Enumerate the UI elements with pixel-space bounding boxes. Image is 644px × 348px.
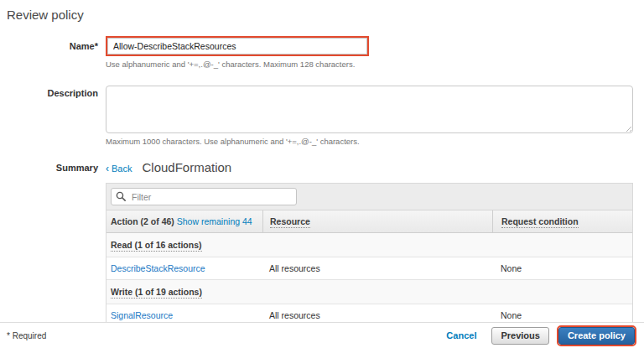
column-header-request-condition: Request condition [501, 216, 579, 228]
footer-bar: * Required Cancel Previous Create policy [0, 322, 644, 348]
filter-input[interactable] [111, 188, 297, 205]
action-link-describe-stack-resource[interactable]: DescribeStackResource [111, 263, 205, 273]
condition-cell: None [501, 263, 522, 273]
summary-label: Summary [7, 160, 106, 173]
service-title: CloudFormation [142, 160, 231, 174]
column-header-resource: Resource [270, 216, 310, 228]
table-header-row: Action (2 of 46) Show remaining 44 Resou… [106, 210, 632, 233]
previous-button[interactable]: Previous [491, 327, 548, 345]
resource-cell: All resources [269, 263, 320, 273]
action-link-signal-resource[interactable]: SignalResource [111, 310, 173, 320]
annotation-highlight-name [106, 36, 369, 56]
chevron-left-icon: ‹ [106, 163, 109, 174]
summary-row: Summary ‹Back CloudFormation [7, 160, 636, 327]
resource-cell: All resources [269, 310, 320, 320]
policy-summary-table: Action (2 of 46) Show remaining 44 Resou… [106, 183, 633, 327]
required-note: * Required [7, 331, 46, 340]
group-header-read: Read (1 of 16 actions) [106, 233, 632, 257]
condition-cell: None [501, 310, 522, 320]
back-link-label: Back [112, 164, 132, 174]
description-help-text: Maximum 1000 characters. Use alphanumeri… [106, 137, 633, 146]
review-policy-page: Review policy Name* Use alphanumeric and… [0, 0, 644, 327]
policy-description-textarea[interactable] [106, 86, 633, 133]
column-header-action: Action (2 of 46) [111, 216, 174, 226]
filter-band [106, 184, 632, 210]
group-header-write: Write (1 of 19 actions) [106, 280, 632, 304]
name-row: Name* Use alphanumeric and '+=,.@-_' cha… [7, 36, 636, 69]
name-label: Name* [7, 36, 106, 51]
create-policy-button[interactable]: Create policy [558, 327, 635, 345]
description-label: Description [7, 86, 106, 98]
policy-name-input[interactable] [107, 38, 367, 55]
name-help-text: Use alphanumeric and '+=,.@-_' character… [106, 60, 633, 69]
cancel-link[interactable]: Cancel [446, 330, 476, 340]
table-row: DescribeStackResource All resources None [106, 257, 632, 280]
show-remaining-link[interactable]: Show remaining 44 [177, 216, 252, 226]
search-icon [116, 191, 126, 201]
description-row: Description Maximum 1000 characters. Use… [7, 86, 636, 146]
page-title: Review policy [7, 8, 636, 22]
back-link[interactable]: ‹Back [106, 163, 132, 174]
